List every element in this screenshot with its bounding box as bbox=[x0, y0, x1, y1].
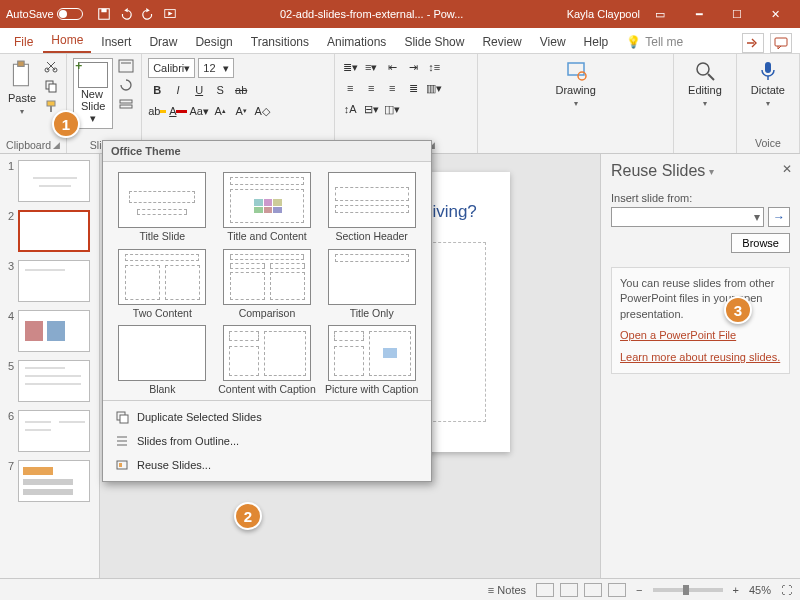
redo-icon[interactable] bbox=[141, 7, 155, 21]
font-color-button[interactable]: A bbox=[169, 102, 187, 120]
open-powerpoint-file-link[interactable]: Open a PowerPoint File bbox=[620, 328, 736, 343]
reuse-source-input[interactable]: ▾ bbox=[611, 207, 764, 227]
layout-blank[interactable]: Blank bbox=[113, 325, 212, 396]
increase-indent-button[interactable]: ⇥ bbox=[404, 58, 422, 76]
thumbnail[interactable]: 4 bbox=[4, 310, 95, 352]
layout-title-only[interactable]: Title Only bbox=[322, 249, 421, 320]
decrease-indent-button[interactable]: ⇤ bbox=[383, 58, 401, 76]
start-from-beginning-icon[interactable] bbox=[163, 7, 177, 21]
tab-home[interactable]: Home bbox=[43, 29, 91, 53]
line-spacing-button[interactable]: ↕≡ bbox=[425, 58, 443, 76]
numbering-button[interactable]: ≡▾ bbox=[362, 58, 380, 76]
layout-title-slide[interactable]: Title Slide bbox=[113, 172, 212, 243]
slide-sorter-view-button[interactable] bbox=[560, 583, 578, 597]
tab-view[interactable]: View bbox=[532, 31, 574, 53]
italic-button[interactable]: I bbox=[169, 81, 187, 99]
reset-button[interactable] bbox=[117, 77, 135, 93]
align-text-button[interactable]: ⊟▾ bbox=[362, 100, 380, 118]
tab-design[interactable]: Design bbox=[187, 31, 240, 53]
slide-thumbnails-panel[interactable]: 1 2 3 4 5 6 7 bbox=[0, 154, 100, 578]
layout-button[interactable] bbox=[117, 58, 135, 74]
smartart-button[interactable]: ◫▾ bbox=[383, 100, 401, 118]
align-left-button[interactable]: ≡ bbox=[341, 79, 359, 97]
reuse-go-button[interactable]: → bbox=[768, 207, 790, 227]
bullets-button[interactable]: ≣▾ bbox=[341, 58, 359, 76]
layout-section-header[interactable]: Section Header bbox=[322, 172, 421, 243]
zoom-slider[interactable] bbox=[653, 588, 723, 592]
font-size-select[interactable]: 12▾ bbox=[198, 58, 234, 78]
columns-button[interactable]: ▥▾ bbox=[425, 79, 443, 97]
highlight-button[interactable]: ab bbox=[148, 102, 166, 120]
thumbnail[interactable]: 1 bbox=[4, 160, 95, 202]
cut-button[interactable] bbox=[42, 58, 60, 74]
slideshow-view-button[interactable] bbox=[608, 583, 626, 597]
tab-insert[interactable]: Insert bbox=[93, 31, 139, 53]
layout-title-and-content[interactable]: Title and Content bbox=[218, 172, 317, 243]
tab-help[interactable]: Help bbox=[576, 31, 617, 53]
text-direction-button[interactable]: ↕A bbox=[341, 100, 359, 118]
minimize-button[interactable]: ━ bbox=[680, 0, 718, 28]
paste-button[interactable]: Paste▾ bbox=[6, 58, 38, 119]
autosave-toggle[interactable]: AutoSave bbox=[6, 8, 83, 20]
change-case-button[interactable]: Aa▾ bbox=[190, 102, 208, 120]
save-icon[interactable] bbox=[97, 7, 111, 21]
tab-file[interactable]: File bbox=[6, 31, 41, 53]
fit-to-window-button[interactable]: ⛶ bbox=[781, 584, 792, 596]
layout-comparison[interactable]: Comparison bbox=[218, 249, 317, 320]
tab-animations[interactable]: Animations bbox=[319, 31, 394, 53]
align-center-button[interactable]: ≡ bbox=[362, 79, 380, 97]
user-name[interactable]: Kayla Claypool bbox=[567, 8, 640, 20]
shrink-font-button[interactable]: A▾ bbox=[232, 102, 250, 120]
layout-content-with-caption[interactable]: Content with Caption bbox=[218, 325, 317, 396]
underline-button[interactable]: U bbox=[190, 81, 208, 99]
tab-review[interactable]: Review bbox=[474, 31, 529, 53]
svg-rect-19 bbox=[765, 62, 771, 73]
ribbon-display-icon[interactable]: ▭ bbox=[650, 8, 670, 21]
bold-button[interactable]: B bbox=[148, 81, 166, 99]
group-slides: New Slide ▾ Slides bbox=[67, 54, 142, 153]
strikethrough-button[interactable]: ab bbox=[232, 81, 250, 99]
shadow-button[interactable]: S bbox=[211, 81, 229, 99]
share-button[interactable] bbox=[742, 33, 764, 53]
normal-view-button[interactable] bbox=[536, 583, 554, 597]
zoom-out-button[interactable]: − bbox=[636, 584, 642, 596]
tab-transitions[interactable]: Transitions bbox=[243, 31, 317, 53]
thumbnail[interactable]: 5 bbox=[4, 360, 95, 402]
clear-formatting-button[interactable]: A◇ bbox=[253, 102, 271, 120]
svg-rect-11 bbox=[50, 106, 52, 112]
learn-more-link[interactable]: Learn more about reusing slides. bbox=[620, 350, 780, 365]
layout-two-content[interactable]: Two Content bbox=[113, 249, 212, 320]
reading-view-button[interactable] bbox=[584, 583, 602, 597]
zoom-in-button[interactable]: + bbox=[733, 584, 739, 596]
duplicate-slides-item[interactable]: Duplicate Selected Slides bbox=[103, 405, 431, 429]
font-family-select[interactable]: Calibri▾ bbox=[148, 58, 195, 78]
reuse-slides-item[interactable]: Reuse Slides... bbox=[103, 453, 431, 477]
outline-icon bbox=[115, 434, 129, 448]
close-icon[interactable]: ✕ bbox=[782, 162, 792, 176]
layout-picture-with-caption[interactable]: Picture with Caption bbox=[322, 325, 421, 396]
tab-slideshow[interactable]: Slide Show bbox=[396, 31, 472, 53]
zoom-level[interactable]: 45% bbox=[749, 584, 771, 596]
tab-draw[interactable]: Draw bbox=[141, 31, 185, 53]
justify-button[interactable]: ≣ bbox=[404, 79, 422, 97]
thumbnail[interactable]: 3 bbox=[4, 260, 95, 302]
undo-icon[interactable] bbox=[119, 7, 133, 21]
section-button[interactable] bbox=[117, 96, 135, 112]
copy-button[interactable] bbox=[42, 78, 60, 94]
grow-font-button[interactable]: A▴ bbox=[211, 102, 229, 120]
tell-me-search[interactable]: 💡 Tell me bbox=[618, 31, 691, 53]
maximize-button[interactable]: ☐ bbox=[718, 0, 756, 28]
align-right-button[interactable]: ≡ bbox=[383, 79, 401, 97]
dictate-button[interactable]: Dictate▾ bbox=[747, 58, 789, 111]
thumbnail[interactable]: 6 bbox=[4, 410, 95, 452]
close-button[interactable]: ✕ bbox=[756, 0, 794, 28]
notes-button[interactable]: ≡ Notes bbox=[488, 584, 526, 596]
browse-button[interactable]: Browse bbox=[731, 233, 790, 253]
comments-button[interactable] bbox=[770, 33, 792, 53]
new-slide-gallery: Office Theme Title Slide Title and Conte… bbox=[102, 140, 432, 482]
thumbnail[interactable]: 7 bbox=[4, 460, 95, 502]
drawing-button[interactable]: Drawing▾ bbox=[551, 58, 599, 111]
editing-button[interactable]: Editing▾ bbox=[684, 58, 726, 111]
slides-from-outline-item[interactable]: Slides from Outline... bbox=[103, 429, 431, 453]
thumbnail[interactable]: 2 bbox=[4, 210, 95, 252]
